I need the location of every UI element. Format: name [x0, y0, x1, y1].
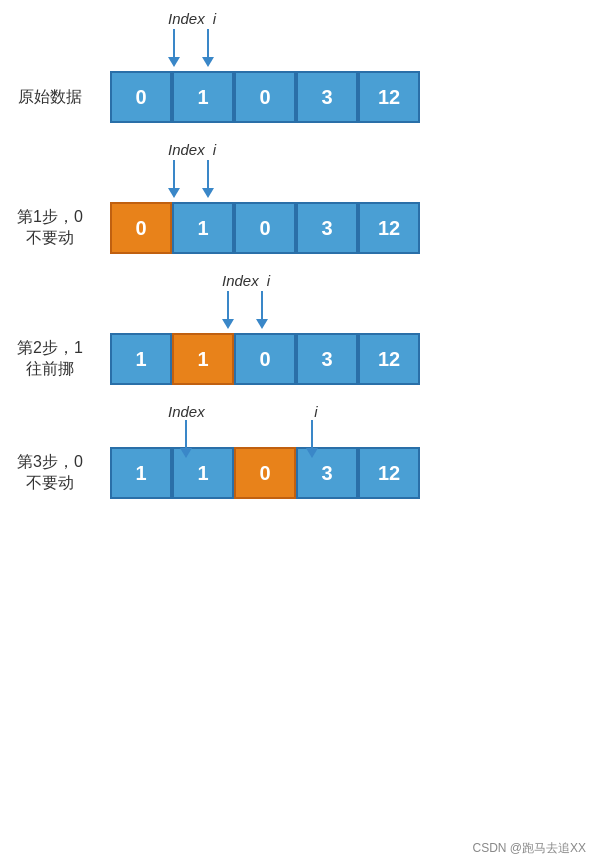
cell-0-3: 3: [296, 71, 358, 123]
step-3-cells: 1 1 0 3 12: [110, 447, 420, 499]
cell-1-0: 0: [110, 202, 172, 254]
step-0-row: 原始数据 0 1 0 3 12: [0, 71, 420, 123]
index-arrow-0: [168, 29, 180, 67]
cell-0-0: 0: [110, 71, 172, 123]
step-1-cells: 0 1 0 3 12: [110, 202, 420, 254]
index-arrow-3: [180, 420, 192, 458]
i-arrow-1: [202, 160, 214, 198]
cell-1-1: 1: [172, 202, 234, 254]
watermark: CSDN @跑马去追XX: [472, 840, 586, 857]
step-2-cells: 1 1 0 3 12: [110, 333, 420, 385]
cell-2-0: 1: [110, 333, 172, 385]
cell-3-4: 12: [358, 447, 420, 499]
step-3-row: 第3步，0不要动 1 1 0 3 12: [0, 447, 420, 499]
step-0-label: 原始数据: [0, 87, 110, 108]
cell-1-2: 0: [234, 202, 296, 254]
diagram-container: Index i 原始数据 0 1 0 3 12: [0, 0, 596, 527]
step-2-row: 第2步，1往前挪 1 1 0 3 12: [0, 333, 420, 385]
step-3-block: Index i 第3步，0不要动 1 1 0 3: [0, 403, 596, 499]
cell-2-3: 3: [296, 333, 358, 385]
i-arrow-3: [306, 420, 318, 458]
i-label-0: i: [213, 10, 216, 27]
cell-0-4: 12: [358, 71, 420, 123]
cell-2-1: 1: [172, 333, 234, 385]
i-label-2: i: [267, 272, 270, 289]
i-label-3: i: [314, 403, 317, 420]
step-2-label: 第2步，1往前挪: [0, 338, 110, 380]
index-arrow-1: [168, 160, 180, 198]
index-arrow-2: [222, 291, 234, 329]
step-1-row: 第1步，0不要动 0 1 0 3 12: [0, 202, 420, 254]
cell-0-2: 0: [234, 71, 296, 123]
cell-2-4: 12: [358, 333, 420, 385]
index-label-2: Index: [222, 272, 259, 289]
cell-3-2: 0: [234, 447, 296, 499]
cell-1-3: 3: [296, 202, 358, 254]
index-label-1: Index: [168, 141, 205, 158]
i-arrow-0: [202, 29, 214, 67]
step-3-label: 第3步，0不要动: [0, 452, 110, 494]
cell-2-2: 0: [234, 333, 296, 385]
i-arrow-2: [256, 291, 268, 329]
index-label-0: Index: [168, 10, 205, 27]
cell-0-1: 1: [172, 71, 234, 123]
step-1-label: 第1步，0不要动: [0, 207, 110, 249]
index-label-3: Index: [168, 403, 205, 420]
step-0-block: Index i 原始数据 0 1 0 3 12: [0, 10, 596, 123]
step-1-block: Index i 第1步，0不要动 0 1 0 3 12: [0, 141, 596, 254]
cell-1-4: 12: [358, 202, 420, 254]
step-2-block: Index i 第2步，1往前挪 1 1 0 3 12: [0, 272, 596, 385]
i-label-1: i: [213, 141, 216, 158]
step-0-cells: 0 1 0 3 12: [110, 71, 420, 123]
cell-3-0: 1: [110, 447, 172, 499]
